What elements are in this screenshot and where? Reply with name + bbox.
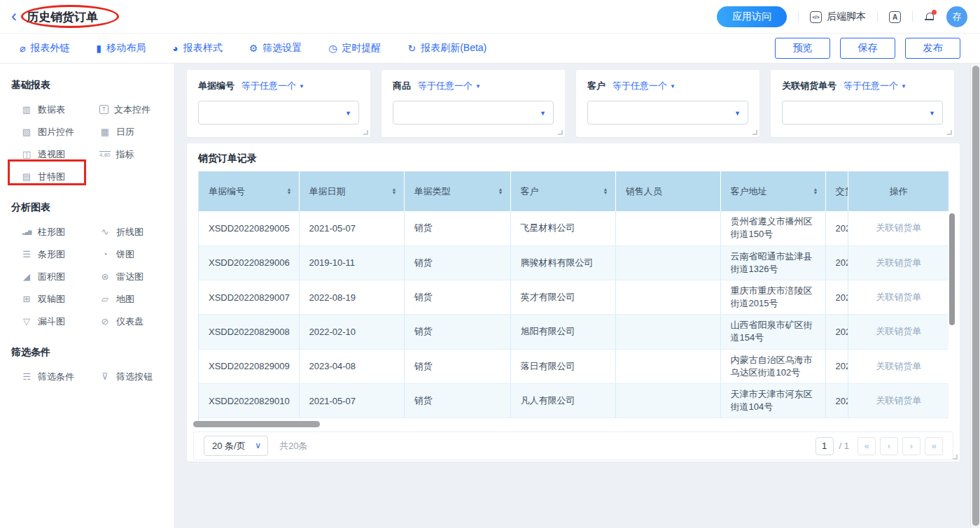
sidebar-item-indicator[interactable]: 4,80 指标 bbox=[99, 148, 167, 161]
pagination-first-button[interactable]: « bbox=[858, 437, 876, 455]
column-header-order-no[interactable]: 单据编号 ▲▼ bbox=[199, 171, 299, 211]
cell-sales-person bbox=[615, 349, 720, 383]
table-row[interactable]: XSDD20220829008 2022-02-10 销货 旭阳有限公司 山西省… bbox=[199, 315, 948, 349]
linked-sales-order-link[interactable]: 关联销货单 bbox=[876, 292, 921, 302]
backend-script-button[interactable]: </> 后端脚本 bbox=[810, 10, 866, 23]
table-row[interactable]: XSDD20220829010 2021-05-07 销货 凡人有限公司 天津市… bbox=[199, 384, 948, 418]
column-header-sales-person[interactable]: 销售人员 bbox=[615, 171, 720, 211]
sidebar-item-radar-chart[interactable]: ⊛ 雷达图 bbox=[99, 270, 167, 283]
data-table-widget[interactable]: 销货订单记录 单据编号 ▲▼ 单据日期 ▲▼ bbox=[187, 143, 960, 462]
cell-address: 重庆市重庆市涪陵区街道2015号 bbox=[720, 280, 825, 314]
filter-label: 关联销货单号 bbox=[782, 80, 836, 92]
table-vertical-scrollbar[interactable] bbox=[949, 213, 955, 325]
sidebar-item-funnel-chart[interactable]: ▽ 漏斗图 bbox=[21, 315, 99, 328]
sort-icon[interactable]: ▲▼ bbox=[498, 188, 503, 194]
sidebar-item-filter-button[interactable]: ⊽ 筛选按钮 bbox=[99, 370, 167, 383]
text-widget-icon: T bbox=[99, 105, 108, 114]
toolbar-item-mobile-layout[interactable]: ▮ 移动布局 bbox=[96, 42, 146, 55]
sidebar-item-gauge[interactable]: ⊘ 仪表盘 bbox=[99, 315, 167, 328]
chevron-down-icon: ▼ bbox=[540, 110, 546, 117]
pagination-prev-button[interactable]: ‹ bbox=[880, 437, 898, 455]
toolbar-item-filter-settings[interactable]: ⚙ 筛选设置 bbox=[249, 42, 302, 55]
sort-icon[interactable]: ▲▼ bbox=[392, 188, 397, 194]
sort-icon[interactable]: ▲▼ bbox=[603, 188, 608, 194]
resize-handle[interactable] bbox=[558, 130, 563, 135]
linked-sales-order-link[interactable]: 关联销货单 bbox=[876, 361, 921, 371]
sidebar-item-bar-chart[interactable]: ☰ 条形图 bbox=[21, 248, 99, 261]
linked-sales-order-link[interactable]: 关联销货单 bbox=[876, 257, 921, 268]
preview-button[interactable]: 预览 bbox=[775, 38, 830, 59]
notifications-button[interactable] bbox=[924, 11, 935, 22]
pagination-next-button[interactable]: › bbox=[902, 437, 920, 455]
app-access-button[interactable]: 应用访问 bbox=[717, 6, 787, 27]
cell-address: 云南省昭通市盐津县街道1326号 bbox=[720, 245, 825, 280]
save-button[interactable]: 保存 bbox=[840, 38, 895, 59]
resize-handle[interactable] bbox=[947, 130, 952, 135]
sidebar-item-area-chart[interactable]: ◢ 面积图 bbox=[21, 270, 99, 283]
column-header-address[interactable]: 客户地址 ▲▼ bbox=[720, 171, 825, 211]
table-row[interactable]: XSDD20220829009 2023-04-08 销货 落日有限公司 内蒙古… bbox=[199, 349, 948, 383]
sidebar-item-line-chart[interactable]: ∿ 折线图 bbox=[99, 225, 167, 238]
filter-value-select[interactable]: ▼ bbox=[782, 101, 943, 124]
sidebar-item-pie-chart[interactable]: ◔ 饼图 bbox=[99, 248, 167, 261]
toolbar-item-external-link[interactable]: ⌀ 报表外链 bbox=[20, 42, 69, 55]
sidebar-item-data-table[interactable]: ▥ 数据表 bbox=[21, 103, 99, 116]
page-scrollbar-thumb[interactable] bbox=[972, 66, 979, 526]
sidebar-item-text-widget[interactable]: T 文本控件 bbox=[99, 103, 167, 116]
filter-card-product[interactable]: 商品 等于任意一个 ▼ ▼ bbox=[382, 70, 565, 137]
cell-customer: 腾骏材料有限公司 bbox=[510, 245, 615, 280]
toolbar-item-report-style[interactable]: ◕ 报表样式 bbox=[172, 42, 222, 55]
column-header-customer[interactable]: 客户 ▲▼ bbox=[510, 171, 615, 211]
filter-operator-dropdown[interactable]: 等于任意一个 ▼ bbox=[418, 80, 481, 92]
linked-sales-order-link[interactable]: 关联销货单 bbox=[876, 222, 921, 233]
sort-icon[interactable]: ▲▼ bbox=[813, 188, 818, 194]
table-horizontal-scrollbar[interactable] bbox=[193, 421, 320, 427]
page-size-select[interactable]: 20 条/页 ∨ bbox=[204, 436, 268, 456]
toolbar-item-report-refresh[interactable]: ↻ 报表刷新(Beta) bbox=[407, 42, 486, 55]
filter-value-select[interactable]: ▼ bbox=[393, 101, 554, 124]
sort-icon[interactable]: ▲▼ bbox=[287, 188, 292, 194]
filter-operator-dropdown[interactable]: 等于任意一个 ▼ bbox=[612, 80, 676, 92]
contacts-button[interactable]: A bbox=[889, 11, 901, 23]
sidebar-item-gantt[interactable]: ▤ 甘特图 bbox=[21, 170, 99, 183]
page-number-input[interactable]: 1 bbox=[816, 437, 834, 455]
resize-handle[interactable] bbox=[953, 455, 958, 459]
sidebar-item-pivot[interactable]: ◫ 透视图 bbox=[21, 148, 99, 161]
sidebar-item-label: 饼图 bbox=[116, 248, 134, 261]
filter-card-customer[interactable]: 客户 等于任意一个 ▼ ▼ bbox=[576, 70, 760, 137]
sidebar-item-dual-axis-chart[interactable]: ⊞ 双轴图 bbox=[21, 292, 99, 306]
filter-operator-dropdown[interactable]: 等于任意一个 ▼ bbox=[844, 80, 906, 92]
column-header-delivery[interactable]: 交货 bbox=[825, 171, 848, 211]
filter-card-order-no[interactable]: 单据编号 等于任意一个 ▼ ▼ bbox=[187, 70, 370, 137]
filter-value-select[interactable]: ▼ bbox=[198, 101, 359, 124]
avatar[interactable]: 存 bbox=[946, 6, 967, 27]
chevron-down-icon: ▼ bbox=[929, 110, 935, 117]
table-row[interactable]: XSDD20220829005 2021-05-07 销货 飞星材料公司 贵州省… bbox=[199, 211, 948, 245]
filter-operator-label: 等于任意一个 bbox=[241, 80, 296, 92]
table-row[interactable]: XSDD20220829006 2019-10-11 销货 腾骏材料有限公司 云… bbox=[199, 245, 948, 280]
filter-card-linked-sales-order[interactable]: 关联销货单号 等于任意一个 ▼ ▼ bbox=[771, 70, 954, 137]
cell-type: 销货 bbox=[404, 211, 510, 245]
resize-handle[interactable] bbox=[363, 130, 368, 135]
sidebar-item-calendar[interactable]: ▦ 日历 bbox=[99, 125, 167, 138]
sidebar-item-map[interactable]: ▱ 地图 bbox=[99, 292, 167, 306]
sidebar-item-filter-condition[interactable]: ☴ 筛选条件 bbox=[21, 370, 99, 383]
sidebar-item-image-widget[interactable]: ▧ 图片控件 bbox=[21, 125, 99, 138]
linked-sales-order-link[interactable]: 关联销货单 bbox=[876, 326, 921, 336]
page-scrollbar[interactable] bbox=[970, 64, 980, 528]
linked-sales-order-link[interactable]: 关联销货单 bbox=[876, 395, 921, 406]
chevron-down-icon: ▼ bbox=[299, 83, 304, 90]
map-icon: ▱ bbox=[99, 294, 111, 304]
toolbar-item-timed-reminder[interactable]: ◷ 定时提醒 bbox=[328, 42, 381, 55]
sidebar-item-column-chart[interactable]: ▂▄▆ 柱形图 bbox=[21, 225, 99, 238]
filter-operator-dropdown[interactable]: 等于任意一个 ▼ bbox=[241, 80, 304, 92]
resize-handle[interactable] bbox=[752, 130, 757, 135]
cell-order-no: XSDD20220829009 bbox=[199, 349, 299, 383]
publish-button[interactable]: 发布 bbox=[905, 38, 960, 59]
back-icon[interactable]: ‹ bbox=[11, 6, 17, 26]
filter-value-select[interactable]: ▼ bbox=[587, 101, 748, 124]
table-row[interactable]: XSDD20220829007 2022-08-19 销货 英才有限公司 重庆市… bbox=[199, 280, 948, 314]
pagination-last-button[interactable]: » bbox=[925, 437, 943, 455]
column-header-date[interactable]: 单据日期 ▲▼ bbox=[299, 171, 404, 211]
column-header-type[interactable]: 单据类型 ▲▼ bbox=[404, 171, 510, 211]
